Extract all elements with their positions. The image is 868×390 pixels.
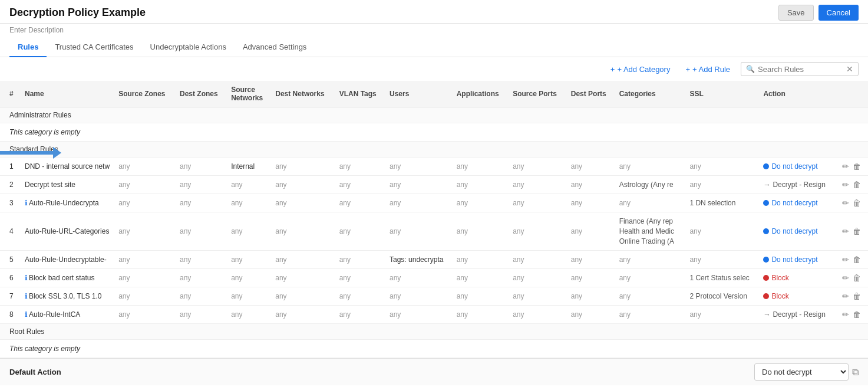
- row-applications: any: [453, 176, 510, 194]
- row-source-networks: any: [227, 251, 272, 269]
- tab-trusted-ca[interactable]: Trusted CA Certificates: [47, 38, 141, 57]
- clear-icon[interactable]: ✕: [846, 64, 853, 74]
- tab-undecryptable[interactable]: Undecryptable Actions: [142, 38, 235, 57]
- info-icon: ℹ: [25, 274, 28, 282]
- default-action-dropdown[interactable]: Do not decrypt Decrypt - Resign Block: [754, 363, 849, 381]
- row-dest-ports: any: [567, 287, 616, 306]
- row-action: → Decrypt - Resign: [760, 306, 838, 324]
- rules-table: # Name Source Zones Dest Zones SourceNet…: [0, 81, 868, 358]
- row-dest-zones: any: [176, 287, 227, 306]
- row-source-networks: any: [227, 176, 272, 194]
- delete-icon[interactable]: 🗑: [853, 198, 861, 208]
- row-arrow-indicator: [0, 147, 61, 159]
- row-ssl: any: [686, 306, 760, 324]
- row-source-zones: any: [115, 176, 176, 194]
- row-action: → Decrypt - Resign: [760, 176, 838, 194]
- tab-bar: Rules Trusted CA Certificates Undecrypta…: [0, 38, 868, 57]
- cancel-button[interactable]: Cancel: [819, 5, 859, 21]
- delete-icon[interactable]: 🗑: [853, 162, 861, 171]
- action-icon-blue: [763, 228, 769, 234]
- row-vlan-tags: any: [336, 269, 386, 287]
- row-dest-zones: any: [176, 176, 227, 194]
- tab-advanced[interactable]: Advanced Settings: [235, 38, 315, 57]
- delete-icon[interactable]: 🗑: [853, 180, 861, 189]
- col-users: Users: [386, 81, 453, 107]
- add-rule-label: + Add Rule: [692, 65, 730, 74]
- row-num: 4: [0, 212, 21, 251]
- category-administrator-rules: Administrator Rules: [0, 107, 868, 123]
- row-users: any: [386, 212, 453, 251]
- copy-icon[interactable]: ⧉: [852, 367, 859, 378]
- row-dest-networks: any: [272, 176, 335, 194]
- table-row: 4 Auto-Rule-URL-Categories any any any a…: [0, 212, 868, 251]
- row-edit-delete: ✏ 🗑: [839, 269, 868, 287]
- row-edit-delete: ✏ 🗑: [839, 194, 868, 212]
- delete-icon[interactable]: 🗑: [853, 255, 861, 264]
- delete-icon[interactable]: 🗑: [853, 291, 861, 301]
- col-source-ports: Source Ports: [509, 81, 567, 107]
- toolbar: + + Add Category + + Add Rule 🔍 ✕: [0, 57, 868, 81]
- edit-icon[interactable]: ✏: [842, 255, 849, 264]
- edit-icon[interactable]: ✏: [842, 310, 849, 319]
- row-dest-ports: any: [567, 176, 616, 194]
- row-source-networks: any: [227, 194, 272, 212]
- row-vlan-tags: any: [336, 212, 386, 251]
- row-categories: any: [616, 287, 687, 306]
- edit-icon[interactable]: ✏: [842, 273, 849, 283]
- edit-icon[interactable]: ✏: [842, 227, 849, 236]
- row-num: 7: [0, 287, 21, 306]
- row-edit-delete: ✏ 🗑: [839, 176, 868, 194]
- delete-icon[interactable]: 🗑: [853, 310, 861, 319]
- col-categories: Categories: [616, 81, 687, 107]
- info-icon: ℹ: [25, 292, 28, 300]
- row-edit-delete: ✏ 🗑: [839, 251, 868, 269]
- row-action: Do not decrypt: [760, 194, 838, 212]
- row-num: 8: [0, 306, 21, 324]
- row-vlan-tags: any: [336, 194, 386, 212]
- edit-icon[interactable]: ✏: [842, 291, 849, 301]
- row-source-networks: any: [227, 212, 272, 251]
- default-action-label: Default Action: [9, 368, 61, 376]
- page-title: Decryption Policy Example: [9, 6, 146, 19]
- action-icon-blue: [763, 257, 769, 263]
- root-rules-empty: This category is empty: [0, 340, 868, 358]
- row-name: Auto-Rule-Undecryptable-: [21, 251, 115, 269]
- row-ssl: 1 DN selection: [686, 194, 760, 212]
- row-action: Block: [760, 269, 838, 287]
- row-edit-delete: ✏ 🗑: [839, 306, 868, 324]
- row-applications: any: [453, 251, 510, 269]
- row-dest-zones: any: [176, 306, 227, 324]
- edit-icon[interactable]: ✏: [842, 198, 849, 208]
- action-icon-blue: [763, 163, 769, 169]
- save-button[interactable]: Save: [778, 5, 814, 21]
- row-name: Decrypt test site: [21, 176, 115, 194]
- edit-icon[interactable]: ✏: [842, 180, 849, 189]
- row-categories: any: [616, 194, 687, 212]
- category-name: Administrator Rules: [0, 107, 868, 123]
- empty-message: This category is empty: [0, 123, 868, 142]
- table-header-row: # Name Source Zones Dest Zones SourceNet…: [0, 81, 868, 107]
- row-source-zones: any: [115, 287, 176, 306]
- delete-icon[interactable]: 🗑: [853, 227, 861, 236]
- row-categories: Astrology (Any re: [616, 176, 687, 194]
- row-ssl: any: [686, 212, 760, 251]
- row-applications: any: [453, 194, 510, 212]
- edit-icon[interactable]: ✏: [842, 162, 849, 171]
- description-text: Enter Description: [0, 24, 868, 38]
- row-source-zones: any: [115, 251, 176, 269]
- add-category-button[interactable]: + + Add Category: [606, 63, 675, 76]
- row-dest-networks: any: [272, 269, 335, 287]
- search-input[interactable]: [758, 65, 843, 74]
- row-source-zones: any: [115, 158, 176, 176]
- row-categories: any: [616, 306, 687, 324]
- row-applications: any: [453, 287, 510, 306]
- tab-rules[interactable]: Rules: [9, 38, 47, 57]
- row-applications: any: [453, 212, 510, 251]
- add-rule-button[interactable]: + + Add Rule: [681, 63, 735, 76]
- row-edit-delete: ✏ 🗑: [839, 212, 868, 251]
- delete-icon[interactable]: 🗑: [853, 273, 861, 283]
- plus-icon: +: [610, 65, 615, 74]
- row-num: 3: [0, 194, 21, 212]
- row-name: ℹBlock bad cert status: [21, 269, 115, 287]
- row-ssl: 1 Cert Status selec: [686, 269, 760, 287]
